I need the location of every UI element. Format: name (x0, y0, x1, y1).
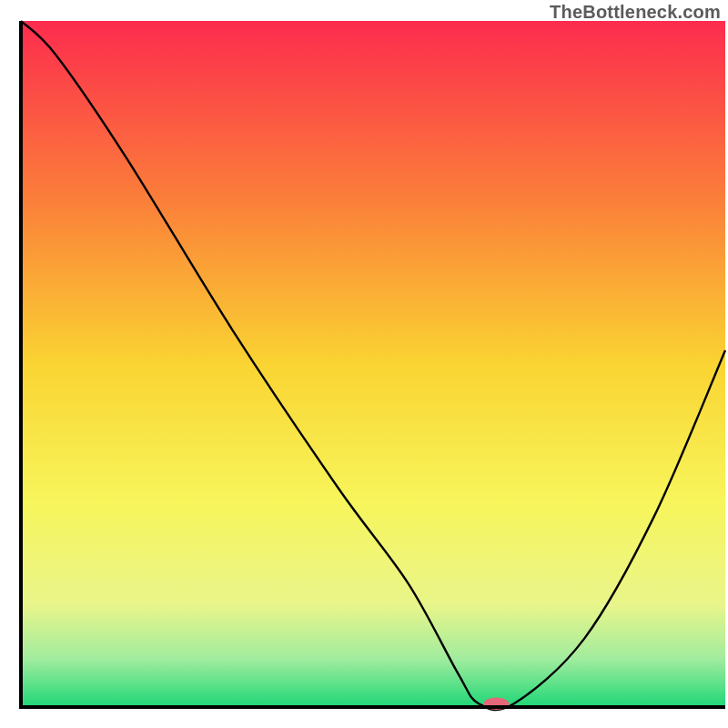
watermark-label: TheBottleneck.com (550, 2, 721, 23)
gradient-background (21, 21, 725, 707)
chart-svg (0, 0, 728, 728)
bottleneck-chart: TheBottleneck.com (0, 0, 728, 728)
